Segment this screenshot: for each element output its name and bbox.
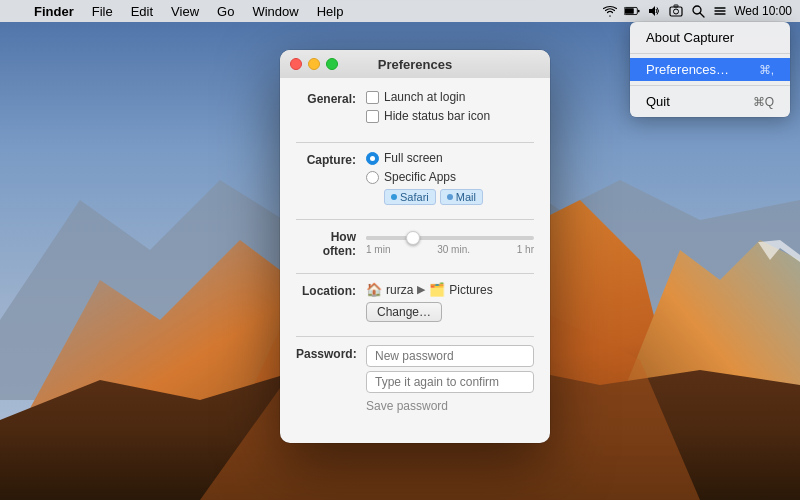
menubar-time: Wed 10:00 — [734, 4, 792, 18]
svg-point-14 — [674, 9, 679, 14]
desktop: Finder File Edit View Go Window Help — [0, 0, 800, 500]
location-user: rurza — [386, 283, 413, 297]
how-often-label: How often: — [296, 228, 366, 258]
hide-status-bar-checkbox[interactable] — [366, 110, 379, 123]
spotlight-icon[interactable] — [690, 3, 706, 19]
hide-status-bar-label: Hide status bar icon — [384, 109, 490, 123]
password-label: Password: — [296, 345, 366, 361]
window-title: Preferences — [378, 57, 452, 72]
svg-rect-13 — [670, 7, 682, 16]
window-minimize-button[interactable] — [308, 58, 320, 70]
slider-labels: 1 min 30 min. 1 hr — [366, 244, 534, 255]
menu-quit[interactable]: Quit ⌘Q — [630, 90, 790, 113]
window-close-button[interactable] — [290, 58, 302, 70]
password-controls: Save password — [366, 345, 534, 413]
location-label: Location: — [296, 282, 366, 298]
svg-rect-15 — [674, 5, 678, 7]
location-path: 🏠 rurza ▶ 🗂️ Pictures — [366, 282, 534, 297]
slider-thumb[interactable] — [406, 231, 420, 245]
password-section: Password: Save password — [296, 345, 534, 413]
full-screen-row: Full screen — [366, 151, 534, 165]
full-screen-radio[interactable] — [366, 152, 379, 165]
volume-icon — [646, 3, 662, 19]
separator-3 — [296, 273, 534, 274]
menu-preferences[interactable]: Preferences… ⌘, — [630, 58, 790, 81]
launch-at-login-row: Launch at login — [366, 90, 534, 104]
slider-min-label: 1 min — [366, 244, 390, 255]
wifi-icon — [602, 3, 618, 19]
menubar-edit[interactable]: Edit — [123, 2, 161, 21]
capture-controls: Full screen Specific Apps Safari M — [366, 151, 534, 205]
general-controls: Launch at login Hide status bar icon — [366, 90, 534, 128]
menu-about[interactable]: About Capturer — [630, 26, 790, 49]
hide-status-bar-row: Hide status bar icon — [366, 109, 534, 123]
launch-at-login-checkbox[interactable] — [366, 91, 379, 104]
menubar-help[interactable]: Help — [309, 2, 352, 21]
specific-apps-row: Specific Apps — [366, 170, 534, 184]
safari-dot — [391, 194, 397, 200]
slider-container: 1 min 30 min. 1 hr — [366, 228, 534, 259]
launch-at-login-label: Launch at login — [384, 90, 465, 104]
slider-fill — [366, 236, 408, 240]
new-password-input[interactable] — [366, 345, 534, 367]
slider-track — [366, 236, 534, 240]
full-screen-label: Full screen — [384, 151, 443, 165]
notification-icon[interactable] — [712, 3, 728, 19]
preferences-window: Preferences General: Launch at login Hid… — [280, 50, 550, 443]
folder-icon: 🗂️ — [429, 282, 445, 297]
location-controls: 🏠 rurza ▶ 🗂️ Pictures Change… — [366, 282, 534, 322]
dropdown-menu: About Capturer Preferences… ⌘, Quit ⌘Q — [630, 22, 790, 117]
save-password-button[interactable]: Save password — [366, 399, 534, 413]
separator-1 — [296, 142, 534, 143]
mail-tag[interactable]: Mail — [440, 189, 483, 205]
location-arrow: ▶ — [417, 283, 425, 296]
menubar-file[interactable]: File — [84, 2, 121, 21]
location-section: Location: 🏠 rurza ▶ 🗂️ Pictures Change… — [296, 282, 534, 322]
general-section: General: Launch at login Hide status bar… — [296, 90, 534, 128]
app-tags: Safari Mail — [384, 189, 534, 205]
user-icon: 🏠 — [366, 282, 382, 297]
svg-rect-10 — [638, 10, 640, 13]
window-controls — [290, 58, 338, 70]
how-often-controls: 1 min 30 min. 1 hr — [366, 228, 534, 259]
menubar-view[interactable]: View — [163, 2, 207, 21]
svg-line-17 — [700, 13, 704, 17]
menubar-app-name[interactable]: Finder — [26, 2, 82, 21]
window-maximize-button[interactable] — [326, 58, 338, 70]
window-content: General: Launch at login Hide status bar… — [280, 78, 550, 443]
safari-label: Safari — [400, 191, 429, 203]
separator-4 — [296, 336, 534, 337]
specific-apps-label: Specific Apps — [384, 170, 456, 184]
battery-icon — [624, 3, 640, 19]
capture-section: Capture: Full screen Specific Apps Safar… — [296, 151, 534, 205]
safari-tag[interactable]: Safari — [384, 189, 436, 205]
menubar-window[interactable]: Window — [244, 2, 306, 21]
change-location-button[interactable]: Change… — [366, 302, 442, 322]
menubar-left: Finder File Edit View Go Window Help — [8, 2, 351, 21]
svg-rect-11 — [625, 8, 634, 13]
capture-label: Capture: — [296, 151, 366, 167]
confirm-password-input[interactable] — [366, 371, 534, 393]
slider-max-label: 1 hr — [517, 244, 534, 255]
svg-marker-12 — [649, 6, 655, 16]
specific-apps-radio[interactable] — [366, 171, 379, 184]
mail-dot — [447, 194, 453, 200]
slider-mid-label: 30 min. — [437, 244, 470, 255]
menubar-go[interactable]: Go — [209, 2, 242, 21]
menu-separator-2 — [630, 85, 790, 86]
separator-2 — [296, 219, 534, 220]
menu-separator-1 — [630, 53, 790, 54]
location-folder: Pictures — [449, 283, 492, 297]
window-titlebar: Preferences — [280, 50, 550, 78]
menubar: Finder File Edit View Go Window Help — [0, 0, 800, 22]
mail-label: Mail — [456, 191, 476, 203]
general-label: General: — [296, 90, 366, 106]
capturer-icon[interactable] — [668, 3, 684, 19]
menubar-right: Wed 10:00 — [602, 3, 792, 19]
how-often-section: How often: 1 min 30 min. 1 hr — [296, 228, 534, 259]
